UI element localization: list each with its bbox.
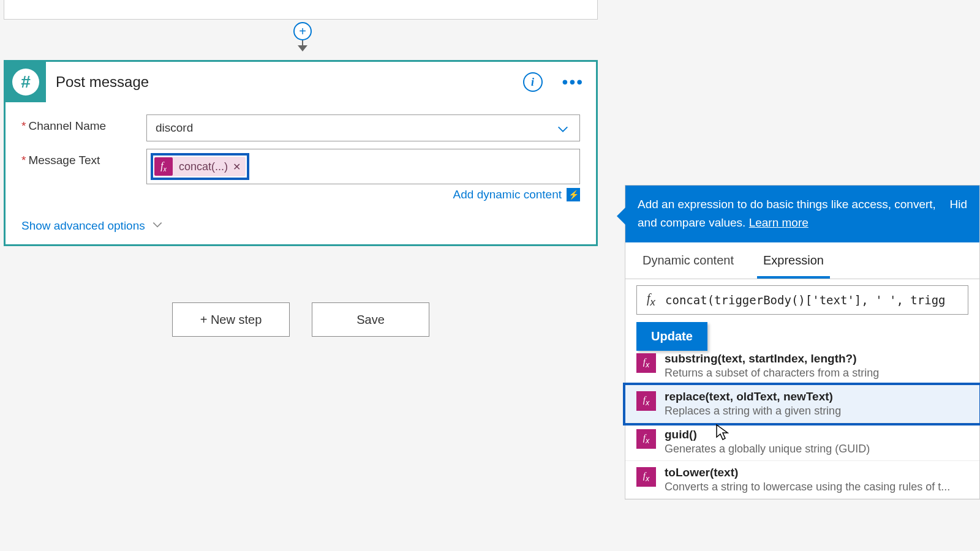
chevron-down-icon — [556, 122, 570, 139]
token-label: concat(...) — [179, 160, 228, 173]
channel-name-label: *Channel Name — [21, 114, 146, 133]
connector-icon: # — [6, 62, 46, 102]
function-sig: substring(text, startIndex, length?) — [665, 352, 968, 365]
function-guid[interactable]: fx guid() Generates a globally unique st… — [625, 423, 979, 461]
message-text-row: *Message Text fx concat(...) ✕ Add dynam… — [21, 149, 580, 201]
more-menu-button[interactable]: ••• — [562, 73, 584, 91]
token-highlight: fx concat(...) ✕ — [151, 153, 249, 180]
channel-name-row: *Channel Name discord — [21, 114, 580, 141]
advanced-options-row[interactable]: Show advanced options — [21, 219, 580, 233]
tab-expression[interactable]: Expression — [757, 242, 830, 279]
add-dynamic-content-link[interactable]: Add dynamic content — [453, 188, 562, 201]
chevron-down-icon — [151, 219, 164, 233]
info-button[interactable]: i — [523, 72, 543, 92]
post-message-card: # Post message i ••• *Channel Name disco… — [4, 60, 598, 246]
tab-dynamic-content[interactable]: Dynamic content — [636, 242, 740, 279]
fx-icon: fx — [636, 353, 656, 373]
function-list: fx substring(text, startIndex, length?) … — [625, 347, 979, 499]
fx-icon: fx — [636, 467, 656, 487]
remove-token-button[interactable]: ✕ — [233, 161, 241, 173]
fx-icon: fx — [637, 286, 665, 314]
fx-icon: fx — [154, 157, 173, 176]
function-desc: Generates a globally unique string (GUID… — [665, 443, 968, 455]
add-dynamic-row: Add dynamic content ⚡ — [146, 188, 580, 201]
message-text-label-text: Message Text — [28, 154, 100, 167]
card-header[interactable]: # Post message i ••• — [6, 62, 596, 102]
expression-token[interactable]: fx concat(...) ✕ — [154, 157, 246, 176]
fx-icon: fx — [636, 391, 656, 411]
function-substring[interactable]: fx substring(text, startIndex, length?) … — [625, 347, 979, 385]
flyout-tabs: Dynamic content Expression — [625, 242, 979, 279]
channel-name-value: discord — [156, 121, 193, 135]
update-button[interactable]: Update — [636, 322, 707, 351]
learn-more-link[interactable]: Learn more — [749, 216, 809, 229]
function-sig: replace(text, oldText, newText) — [665, 390, 968, 403]
hash-icon: # — [12, 69, 39, 96]
arrow-down-icon — [298, 45, 307, 51]
dynamic-content-icon[interactable]: ⚡ — [567, 188, 580, 201]
connector-line — [302, 40, 303, 45]
message-text-label: *Message Text — [21, 149, 146, 167]
add-step-between-button[interactable]: + — [293, 22, 312, 40]
function-desc: Replaces a string with a given string — [665, 405, 968, 418]
function-desc: Returns a subset of characters from a st… — [665, 367, 968, 380]
message-text-input[interactable]: fx concat(...) ✕ — [146, 149, 580, 184]
connector: + — [294, 22, 311, 51]
flyout-intro: Add an expression to do basic things lik… — [638, 195, 937, 233]
flyout-header: Add an expression to do basic things lik… — [625, 186, 979, 242]
function-desc: Converts a string to lowercase using the… — [665, 481, 968, 493]
channel-name-label-text: Channel Name — [28, 119, 106, 132]
function-sig: guid() — [665, 428, 968, 441]
function-tolower[interactable]: fx toLower(text) Converts a string to lo… — [625, 461, 979, 499]
expression-input-row: fx concat(triggerBody()['text'], ' ', tr… — [625, 279, 979, 315]
channel-name-select[interactable]: discord — [146, 114, 580, 141]
expression-input[interactable]: fx concat(triggerBody()['text'], ' ', tr… — [636, 285, 968, 315]
new-step-button[interactable]: + New step — [172, 302, 290, 337]
previous-step-card[interactable] — [4, 0, 598, 20]
function-replace[interactable]: fx replace(text, oldText, newText) Repla… — [625, 385, 979, 423]
function-sig: toLower(text) — [665, 466, 968, 479]
expression-flyout: Add an expression to do basic things lik… — [625, 185, 980, 500]
expression-value: concat(triggerBody()['text'], ' ', trigg — [665, 293, 946, 307]
card-body: *Channel Name discord *Message Text fx — [6, 102, 596, 244]
card-title: Post message — [46, 73, 523, 91]
flyout-caret-icon — [617, 208, 625, 225]
fx-icon: fx — [636, 429, 656, 449]
advanced-options-link[interactable]: Show advanced options — [21, 219, 145, 233]
footer-buttons: + New step Save — [4, 302, 598, 337]
hide-link[interactable]: Hid — [949, 195, 967, 214]
save-button[interactable]: Save — [312, 302, 429, 337]
